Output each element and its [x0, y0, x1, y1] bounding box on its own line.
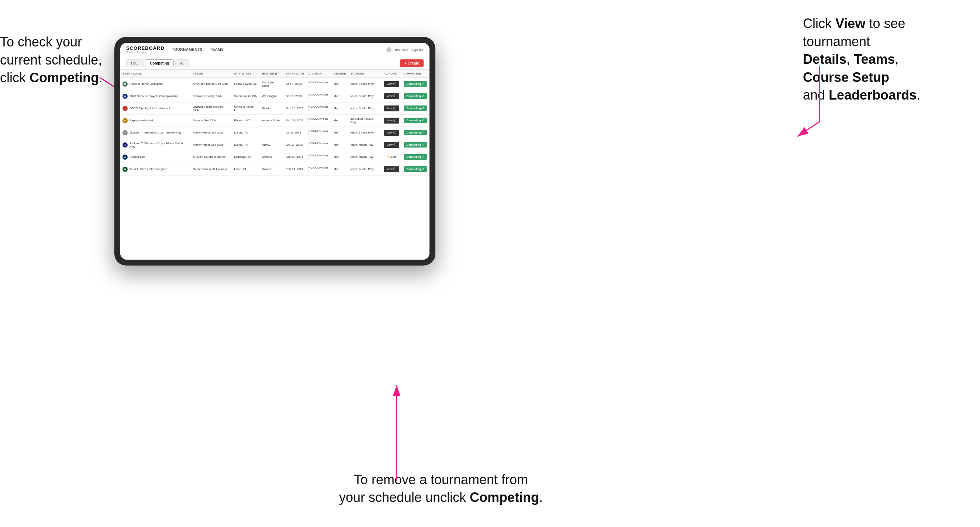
- tab-all[interactable]: All: [175, 59, 189, 67]
- city-cell: Lihue, HI: [232, 163, 260, 175]
- logo-title: SCOREBOARD: [126, 46, 165, 51]
- date-cell: Oct 9, 2023: [284, 127, 306, 139]
- gender-cell: Men: [331, 139, 348, 151]
- team-logo: M: [123, 81, 128, 87]
- table-row: M Folds of Honor Collegiate American Dun…: [120, 78, 430, 90]
- view-button[interactable]: View ⓘ: [384, 166, 399, 172]
- create-button[interactable]: + Create: [400, 59, 423, 67]
- sign-out-link[interactable]: Sign out: [411, 48, 423, 52]
- competing-button[interactable]: Competing ✓: [404, 142, 427, 148]
- table-row: A Copper Cup Ak-Chin Southern DunesMaric…: [120, 151, 430, 163]
- toolbar-tabs: Ho... Competing All: [126, 59, 189, 67]
- division-cell: NCAA Division I: [306, 102, 331, 114]
- venue-cell: Olympia Fields Country Club: [190, 102, 232, 114]
- tab-home[interactable]: Ho...: [126, 59, 143, 67]
- venue-cell: Sahalee Country Club: [190, 90, 232, 102]
- division-cell: NCAA Division I: [306, 90, 331, 102]
- scoring-cell: individual, Stroke Play: [348, 114, 382, 127]
- competing-button[interactable]: Competing ✓: [404, 166, 427, 172]
- venue-cell: Trinity Forest Golf Club: [190, 139, 232, 151]
- hosted-cell: Illinois: [260, 102, 284, 114]
- division-cell: NCAA Division I: [306, 127, 331, 139]
- date-cell: Oct 11, 2023: [284, 139, 306, 151]
- col-scoring: SCORING: [348, 70, 382, 78]
- competing-button[interactable]: Competing ✓: [404, 105, 427, 111]
- scoring-cell: team, Stroke Play: [348, 78, 382, 90]
- col-competing: COMPETING: [401, 70, 430, 78]
- team-logo: J: [123, 130, 128, 135]
- competing-button[interactable]: Competing ✓: [404, 117, 427, 123]
- view-button[interactable]: View ⓘ: [384, 130, 399, 136]
- competing-cell: Competing ✓: [401, 90, 430, 102]
- date-cell: Sep 15, 2023: [284, 102, 306, 114]
- gender-cell: Men: [331, 151, 348, 163]
- view-button[interactable]: View ⓘ: [384, 81, 399, 87]
- tab-competing[interactable]: Competing: [145, 59, 174, 67]
- navbar-right: Test User Sign out: [386, 47, 423, 52]
- hosted-cell: Michigan State: [260, 78, 284, 90]
- venue-cell: Trinity Forest Golf Club: [190, 127, 232, 139]
- scoring-cell: team, Match Play: [348, 139, 382, 151]
- tablet-screen: SCOREBOARD Powered by clippi TOURNAMENTS…: [120, 43, 430, 260]
- edit-button[interactable]: ✏️ Edit: [384, 154, 399, 160]
- competing-button[interactable]: Competing ✓: [404, 154, 427, 160]
- date-cell: Sep 18, 2023: [284, 114, 306, 127]
- actions-cell: View ⓘ: [382, 90, 401, 102]
- competing-button[interactable]: Competing ✓: [404, 130, 427, 135]
- city-cell: Sammamish, WA: [232, 90, 260, 102]
- event-name: Papago Individual: [129, 119, 153, 122]
- division-cell: NCAA Division I: [306, 151, 331, 163]
- team-logo: W: [123, 94, 128, 99]
- scoring-cell: team, Stroke Play: [348, 127, 382, 139]
- team-logo: A: [123, 154, 128, 160]
- nav-teams[interactable]: TEAMS: [210, 48, 224, 52]
- tablet-device: SCOREBOARD Powered by clippi TOURNAMENTS…: [115, 37, 435, 265]
- table-row: P Papago Individual Papago Golf ClubPhoe…: [120, 114, 430, 127]
- competing-button[interactable]: Competing ✓: [404, 81, 427, 87]
- city-cell: Maricopa, AZ: [232, 151, 260, 163]
- annotation-top-left: To check your current schedule, click Co…: [0, 33, 133, 87]
- date-cell: Feb 15, 2024: [284, 163, 306, 175]
- event-name-cell: P Papago Individual: [120, 114, 190, 127]
- division-cell: NCAA Division I: [306, 139, 331, 151]
- event-name-cell: I OFCC Fighting Illini Invitational: [120, 102, 190, 114]
- col-event-name: EVENT NAME: [120, 70, 190, 78]
- gender-cell: Men: [331, 114, 348, 127]
- city-cell: Olympia Fields, IL: [232, 102, 260, 114]
- scoring-cell: team, Stroke Play: [348, 90, 382, 102]
- view-button[interactable]: View ⓘ: [384, 117, 399, 124]
- col-venue: VENUE: [190, 70, 232, 78]
- arrow-bottom-to-competing: [391, 381, 402, 484]
- table-row: J Jackson T. Stephens Cup – Men's Match …: [120, 139, 430, 151]
- gender-cell: Men: [331, 102, 348, 114]
- division-cell: NCAA Division I: [306, 163, 331, 175]
- view-button[interactable]: View ⓘ: [384, 105, 399, 111]
- actions-cell: View ⓘ: [382, 163, 401, 175]
- view-button[interactable]: View ⓘ: [384, 142, 399, 148]
- city-cell: Dallas, TX: [232, 139, 260, 151]
- venue-cell: Ak-Chin Southern Dunes: [190, 151, 232, 163]
- competing-cell: Competing ✓: [401, 151, 430, 163]
- competing-cell: Competing ✓: [401, 114, 430, 127]
- event-name-cell: J Jackson T. Stephens Cup – Men's Match …: [120, 139, 190, 151]
- gender-cell: Men: [331, 127, 348, 139]
- table-body: M Folds of Honor Collegiate American Dun…: [120, 78, 430, 176]
- header-row: EVENT NAME VENUE CITY, STATE HOSTED BY S…: [120, 70, 430, 78]
- nav-tournaments[interactable]: TOURNAMENTS: [172, 48, 202, 52]
- competing-button[interactable]: Competing ✓: [404, 93, 427, 99]
- logo-sub: Powered by clippi: [126, 51, 165, 54]
- event-name-cell: M Folds of Honor Collegiate: [120, 78, 190, 90]
- team-logo: P: [123, 118, 128, 123]
- actions-cell: View ⓘ: [382, 102, 401, 114]
- venue-cell: Ocean Course At Hokuala: [190, 163, 232, 175]
- gender-cell: Men: [331, 163, 348, 175]
- gender-cell: Men: [331, 90, 348, 102]
- table-row: J Jackson T. Stephens Cup – Stroke Play …: [120, 127, 430, 139]
- view-button[interactable]: View ⓘ: [384, 93, 399, 99]
- event-name-cell: W 2023 Sahalee Players Championship: [120, 90, 190, 102]
- event-name-cell: J Jackson T. Stephens Cup – Stroke Play: [120, 127, 190, 139]
- date-cell: Sep 4, 2023: [284, 78, 306, 90]
- scoring-cell: team, Stroke Play: [348, 102, 382, 114]
- city-cell: Grand Haven, MI: [232, 78, 260, 90]
- user-icon: [386, 47, 391, 52]
